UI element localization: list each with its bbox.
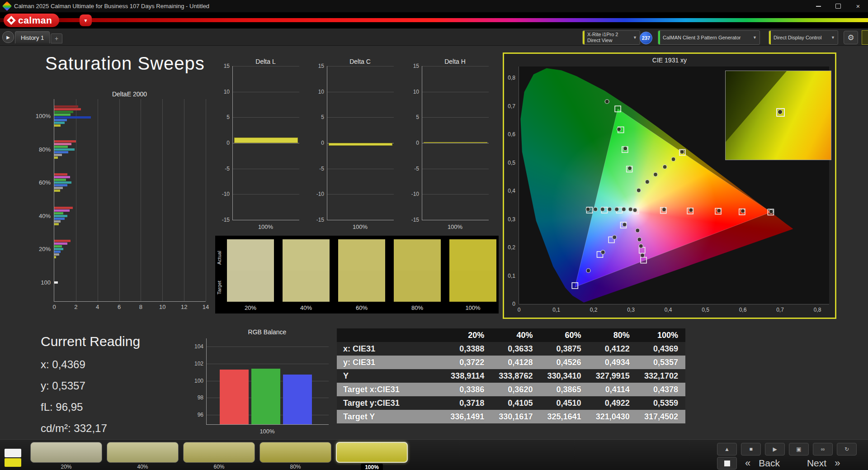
swatch-column: 80% — [394, 239, 441, 311]
minimize-button[interactable] — [808, 0, 828, 12]
deltae-bar — [54, 220, 61, 223]
delta-l-title: Delta L — [232, 58, 299, 65]
delta-l-chart: Delta L 151050-5-10-15 100% — [212, 58, 303, 230]
cie-y-tick-label: 0,2 — [508, 244, 515, 251]
y-tick-label: 0 — [321, 140, 324, 146]
swatch-percent-label: 100% — [449, 304, 496, 311]
navigation-row: « Back Next » — [717, 457, 842, 470]
pattern-preview-chip[interactable] — [5, 449, 21, 467]
x-tick-label: 2 — [74, 304, 77, 310]
deltae-bar — [54, 181, 71, 184]
table-value-cell: 0,5357 — [637, 358, 685, 367]
eject-button[interactable]: ▲ — [717, 443, 737, 456]
table-value-cell: 0,4510 — [540, 399, 588, 408]
target-row-label: Target — [217, 274, 224, 302]
cie-1931-panel[interactable]: CIE 1931 xy 0,80,70,60,50,40,30,20,1000,… — [503, 52, 836, 319]
y-tick-label: 100 — [194, 378, 203, 384]
cie-y-tick-label: 0,6 — [508, 131, 515, 138]
delta-value-bar — [424, 142, 487, 143]
cie-x-tick-label: 0 — [518, 307, 521, 313]
pattern-swatch-button-20%[interactable] — [30, 442, 102, 463]
tab-history-1[interactable]: History 1 — [15, 31, 50, 43]
prev-page-button[interactable]: « — [743, 457, 752, 469]
y-tick-label: 15 — [224, 63, 230, 69]
stop-button[interactable]: ■ — [741, 443, 761, 456]
gridline — [327, 66, 394, 66]
table-row: Target y:CIE310,37180,41050,45100,49220,… — [337, 396, 685, 410]
settings-button[interactable]: ⚙ — [844, 31, 858, 44]
table-row-label: y: CIE31 — [337, 358, 443, 367]
table-value-cell: 321,0430 — [589, 412, 637, 422]
refresh-button[interactable]: ↻ — [837, 443, 857, 456]
swatch-percent-label: 80% — [394, 304, 441, 311]
rgb-balance-plot-area: 1041021009896 — [206, 338, 329, 425]
table-value-cell: 0,4105 — [491, 399, 540, 408]
delta-h-xlabel: 100% — [422, 223, 488, 230]
table-value-cell: 327,9915 — [589, 371, 637, 381]
deltae-bar — [54, 116, 91, 119]
table-value-cell: 0,4114 — [589, 385, 637, 394]
gridline — [206, 99, 206, 301]
target-swatch — [394, 271, 441, 302]
add-tab-button[interactable]: + — [51, 33, 62, 43]
gridline — [233, 92, 299, 92]
delta-c-xlabel: 100% — [327, 223, 393, 230]
calman-window: Calman 2025 Calman Ultimate for Business… — [0, 0, 868, 470]
deltae-bar — [54, 223, 59, 225]
toolbar-edge-button[interactable] — [862, 30, 868, 45]
table-value-cell: 0,4128 — [491, 358, 540, 367]
pattern-swatch-label: 100% — [361, 464, 383, 470]
cie-y-tick-label: 0 — [512, 301, 515, 307]
display-control-dropdown[interactable]: Direct Display Control ▼ — [769, 30, 838, 45]
swatch-columns: 20%40%60%80%100% — [227, 239, 496, 311]
pattern-swatch-button-80%[interactable] — [259, 442, 331, 463]
save-button[interactable]: ▣ — [789, 443, 809, 456]
table-value-cell: 0,5359 — [637, 399, 685, 408]
reading-fl: fL: 96,95 — [41, 401, 140, 413]
y-tick-label: 10 — [413, 89, 419, 95]
maximize-button[interactable] — [828, 0, 848, 12]
table-value-cell: 0,3386 — [443, 385, 491, 394]
bottom-bar: 20%40%60%80%100% ▲■▶▣∞↻ « Back Next » — [0, 439, 868, 470]
main-menu-button[interactable]: ▼ — [80, 14, 92, 26]
pattern-swatch-button-100%[interactable] — [336, 442, 408, 463]
minimize-icon — [816, 6, 821, 7]
pattern-swatch-label: 80% — [290, 464, 301, 470]
link-button[interactable]: ∞ — [813, 443, 833, 456]
table-row: Target x:CIE310,33860,36200,38650,41140,… — [337, 383, 685, 396]
actual-swatch — [227, 239, 274, 271]
history-panel-toggle[interactable]: ▶ — [2, 31, 14, 43]
tab-label: History 1 — [21, 34, 44, 41]
deltae-group-label: 100% — [36, 113, 51, 119]
meter-dropdown[interactable]: X-Rite i1Pro 2 Direct View ▼ — [582, 30, 640, 45]
deltae-bar — [54, 187, 63, 189]
deltae-bar — [54, 173, 67, 176]
pattern-swatch-button-60%[interactable] — [183, 442, 255, 463]
gridline — [233, 194, 299, 195]
close-button[interactable]: × — [848, 0, 868, 12]
deltae-bar — [54, 240, 71, 242]
target-swatch — [227, 271, 274, 302]
pattern-window-button[interactable] — [717, 457, 737, 470]
play-button[interactable]: ▶ — [765, 443, 785, 456]
deltae-bar — [54, 190, 60, 192]
pattern-generator-dropdown[interactable]: CalMAN Client 3 Pattern Generator ▼ — [658, 30, 760, 45]
rainbow-strip — [0, 18, 868, 22]
pattern-swatch-label: 40% — [137, 464, 148, 470]
next-button[interactable]: Next — [807, 458, 826, 469]
next-page-button[interactable]: » — [833, 457, 842, 469]
table-value-cell: 0,4526 — [540, 358, 588, 367]
pattern-swatch-button-40%[interactable] — [107, 442, 179, 463]
back-button[interactable]: Back — [759, 458, 780, 469]
pattern-swatch: 80% — [259, 442, 331, 470]
actual-swatch — [394, 239, 441, 271]
deltae-bar — [54, 176, 70, 178]
gridline — [184, 99, 184, 301]
gridline — [141, 99, 141, 301]
deltae-group-label: 60% — [39, 179, 51, 186]
calman-logo[interactable]: calman — [4, 14, 59, 27]
current-reading-title: Current Reading — [41, 334, 140, 349]
meter-count-badge[interactable]: 237 — [640, 32, 652, 44]
deltae-bar — [54, 143, 71, 145]
y-tick-label: -10 — [411, 191, 419, 197]
